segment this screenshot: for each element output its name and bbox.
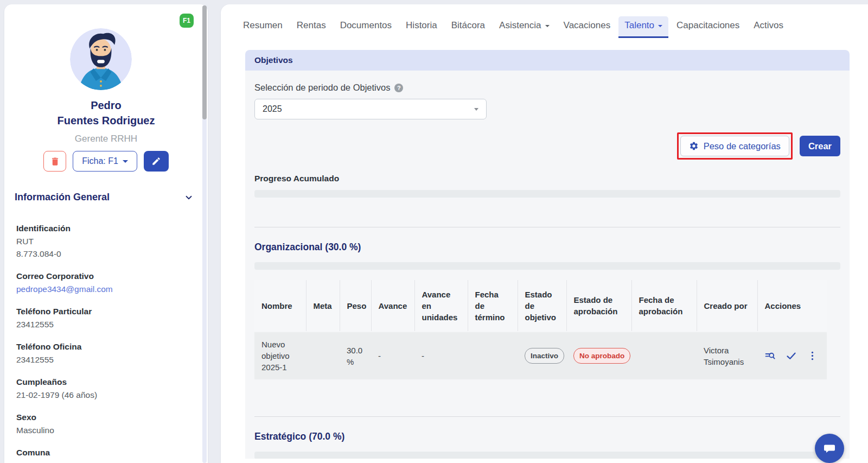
employee-detail-panel: ResumenRentasDocumentosHistoriaBitácoraA… (221, 4, 868, 463)
tab-capacitaciones[interactable]: Capacitaciones (671, 16, 745, 38)
divider (254, 416, 840, 417)
caret-down-icon (545, 25, 550, 27)
field-label: Teléfono Particular (16, 305, 197, 318)
field-correo-corporativo: Correo Corporativopedrope3434@gmail.com (16, 269, 197, 295)
tab-resumen[interactable]: Resumen (237, 16, 289, 38)
employee-profile-sidebar: F1 Pedro Fuente (4, 4, 208, 463)
organizacional-section-title: Organizacional (30.0 %) (254, 242, 840, 253)
tab-bitacora[interactable]: Bitácora (445, 16, 491, 38)
row-actions (764, 350, 820, 361)
detail-search-icon[interactable] (764, 350, 776, 361)
field-label: Sexo (16, 410, 197, 424)
field-comuna: Comuna (16, 446, 197, 459)
field-label: Correo Corporativo (16, 269, 197, 283)
tab-historia[interactable]: Historia (400, 16, 443, 38)
period-select-value: 2025 (263, 104, 282, 114)
sidebar-scrollbar[interactable] (202, 5, 207, 119)
general-info-title: Información General (15, 192, 110, 203)
cell-estado-de-aprobacion: No aprobado (566, 332, 631, 379)
tab-rentas[interactable]: Rentas (291, 16, 332, 38)
tab-label: Bitácora (451, 20, 485, 31)
tab-vacaciones[interactable]: Vacaciones (558, 16, 617, 38)
general-info-section-toggle[interactable]: Información General (15, 192, 194, 203)
tab-label: Resumen (243, 20, 283, 31)
trash-icon (50, 156, 60, 167)
profile-tabs: ResumenRentasDocumentosHistoriaBitácoraA… (221, 4, 868, 38)
table-row: Nuevo objetivo 2025-130.0 %--InactivoNo … (254, 332, 827, 379)
cell-estado-de-objetivo: Inactivo (518, 332, 566, 379)
tab-label: Vacaciones (564, 20, 611, 31)
divider (254, 227, 840, 227)
objetivos-panel-header: Objetivos (245, 50, 850, 71)
estrategico-progress-bar (254, 452, 840, 459)
col-creado-por: Creado por (697, 280, 757, 332)
tab-label: Talento (624, 20, 654, 31)
field-sexo: SexoMasculino (16, 410, 197, 436)
organizacional-progress-bar (254, 262, 840, 270)
cell-peso: 30.0 % (340, 332, 371, 379)
help-icon[interactable]: ? (394, 84, 403, 92)
tab-asistencia[interactable]: Asistencia (493, 16, 555, 38)
col-estado-de-objetivo: Estado de objetivo (518, 280, 566, 332)
cell-fecha-de-aprobacion (631, 332, 697, 379)
objetivos-panel-body: Selección de periodo de Objetivos ? 2025… (245, 83, 850, 459)
objetivos-actions-row: Peso de categorías Crear (254, 132, 840, 160)
col-avance: Avance (371, 280, 414, 332)
tab-label: Activos (754, 20, 783, 31)
objetivos-panel: Objetivos Selección de periodo de Objeti… (245, 50, 850, 459)
highlight-annotation: Peso de categorías (677, 132, 793, 160)
period-select-label-row: Selección de periodo de Objetivos ? (254, 83, 840, 93)
caret-down-icon (474, 108, 478, 111)
category-weights-label: Peso de categorías (704, 141, 781, 151)
general-info-fields: IdentificaciónRUT8.773.084-0Correo Corpo… (16, 221, 197, 463)
delete-employee-button[interactable] (43, 151, 66, 172)
ficha-dropdown-button[interactable]: Ficha: F1 (73, 151, 137, 172)
estrategico-section-title: Estratégico (70.0 %) (254, 431, 840, 442)
objective-status-badge: Inactivo (525, 348, 564, 364)
col-fecha-de-termino: Fecha de término (468, 280, 518, 332)
caret-down-icon (658, 25, 662, 27)
sidebar-scrollbar-track (202, 5, 207, 463)
field-label: Identificación (16, 221, 197, 235)
tab-label: Documentos (340, 20, 392, 31)
cell-avance: - (371, 332, 414, 379)
col-fecha-de-aprobacion: Fecha de aprobación (631, 280, 697, 332)
cell-meta (306, 332, 340, 379)
tab-activos[interactable]: Activos (748, 16, 789, 38)
tab-documentos[interactable]: Documentos (334, 16, 398, 38)
employee-role: Gerente RRHH (4, 134, 208, 144)
period-select-label: Selección de periodo de Objetivos (254, 83, 390, 93)
col-acciones: Acciones (757, 280, 827, 332)
chevron-down-icon (184, 193, 194, 202)
tab-talento[interactable]: Talento (618, 16, 668, 38)
gear-icon (689, 141, 699, 151)
employee-last-name: Fuentes Rodriguez (4, 113, 208, 128)
caret-down-icon (123, 160, 128, 163)
field-telefono-particular: Teléfono Particular23412555 (16, 305, 197, 331)
field-telefono-oficina: Teléfono Oficina23412555 (16, 340, 197, 366)
create-objective-button[interactable]: Crear (800, 136, 840, 156)
chat-bubble-icon (823, 442, 836, 455)
table-header-row: NombreMetaPesoAvanceAvance en unidadesFe… (254, 280, 827, 332)
tab-label: Capacitaciones (676, 20, 739, 31)
field-label: Comuna (16, 446, 197, 459)
field-label: Cumpleaños (16, 375, 197, 389)
field-value: 21-02-1979 (46 años) (16, 389, 197, 401)
cell-creado-por: Victora Tsimoyanis (697, 332, 757, 379)
chat-fab[interactable] (815, 434, 844, 463)
category-weights-button[interactable]: Peso de categorías (680, 136, 789, 156)
col-avance-en-unidades: Avance en unidades (414, 280, 468, 332)
tab-label: Historia (406, 20, 437, 31)
period-select[interactable]: 2025 (254, 99, 487, 119)
approve-check-icon[interactable] (786, 350, 797, 361)
cell-acciones (757, 332, 827, 379)
cell-fecha-de-termino (468, 332, 518, 379)
kebab-menu-icon[interactable] (807, 350, 818, 361)
edit-employee-button[interactable] (144, 151, 169, 172)
cell-nombre: Nuevo objetivo 2025-1 (254, 332, 306, 379)
cell-avance-en-unidades: - (414, 332, 468, 379)
avatar (70, 28, 132, 90)
field-value: 23412555 (16, 318, 197, 331)
email-link[interactable]: pedrope3434@gmail.com (16, 283, 197, 295)
field-label: Teléfono Oficina (16, 340, 197, 353)
